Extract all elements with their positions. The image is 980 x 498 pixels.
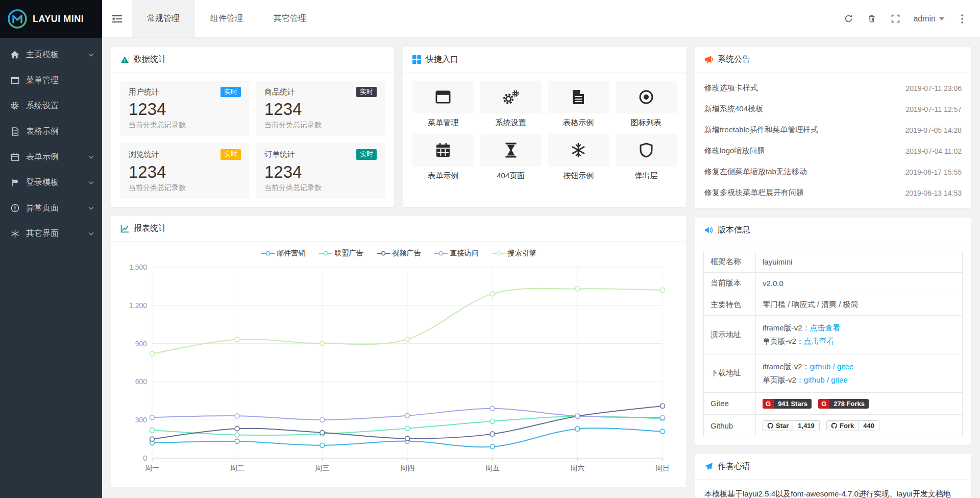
sidebar-item-login-templates[interactable]: 登录模板	[0, 170, 102, 195]
stat-name: 用户统计	[129, 87, 159, 97]
legend-item-video-ads[interactable]: 视频广告	[377, 249, 421, 258]
quick-entry-card: 快捷入口 菜单管理 系统设置	[403, 47, 686, 207]
gitee-stars-badge[interactable]: G941 Stars	[763, 399, 812, 409]
quick-grid: 菜单管理 系统设置 表格示例	[412, 81, 677, 181]
svg-text:周三: 周三	[315, 464, 329, 472]
github-fork-badge[interactable]: Fork440	[826, 420, 879, 431]
demo-iframe-link[interactable]: 点击查看	[810, 323, 841, 332]
card-body: 邮件营销 联盟广告 视频广告 直接访问 搜索引擎 03006009001,200…	[111, 242, 686, 487]
download-github-link[interactable]: github	[810, 362, 831, 371]
quick-entry-popup-layer[interactable]: 弹出层	[616, 134, 677, 181]
github-fork-label: Fork	[840, 422, 854, 430]
announcement-row: 修复左侧菜单缩放tab无法移动2019-06-17 15:55	[704, 161, 962, 182]
svg-text:900: 900	[135, 339, 148, 347]
legend-label: 视频广告	[393, 249, 421, 258]
legend-item-email[interactable]: 邮件营销	[261, 249, 306, 258]
github-star-count: 1,419	[793, 421, 819, 431]
quick-entry-icon-list[interactable]: 图标列表	[616, 81, 677, 128]
sidebar-item-label: 异常页面	[26, 203, 88, 214]
sidebar-item-menu-manage[interactable]: 菜单管理	[0, 67, 102, 93]
tab-component-manage[interactable]: 组件管理	[195, 0, 258, 37]
sidebar-item-form-example[interactable]: 表单示例	[0, 144, 102, 170]
header: 常规管理 组件管理 其它管理	[102, 0, 980, 38]
card-header: 版本信息	[695, 218, 971, 243]
version-info-card: 版本信息 框架名称 layuimini 当前版本 v2.0.0	[695, 218, 971, 445]
stat-caption: 当前分类总记录数	[264, 183, 377, 193]
th-large-icon	[412, 55, 421, 64]
announcement-text: 修复左侧菜单缩放tab无法移动	[704, 167, 807, 177]
github-star-badge[interactable]: Star1,419	[763, 420, 820, 431]
table-row: Gitee G941 Stars G278 Forks	[704, 393, 963, 415]
warning-triangle-icon	[120, 56, 129, 64]
card-header: 数据统计	[111, 47, 394, 73]
download-line-prefix: 单页版-v2：	[763, 375, 804, 384]
sidebar-item-system-settings[interactable]: 系统设置	[0, 93, 102, 118]
sidebar-item-other-pages[interactable]: 其它界面	[0, 221, 102, 246]
collapse-sidebar-button[interactable]	[102, 0, 132, 37]
clear-cache-button[interactable]	[860, 0, 884, 38]
download-github-link[interactable]: github	[804, 375, 825, 384]
sidebar-item-label: 系统设置	[26, 101, 94, 111]
home-icon	[9, 50, 20, 60]
download-gitee-link[interactable]: gitee	[831, 375, 848, 384]
svg-text:周一: 周一	[145, 464, 159, 472]
quick-entry-menu-manage[interactable]: 菜单管理	[412, 81, 474, 128]
announcement-date: 2019-07-05 14:28	[905, 126, 962, 134]
fullscreen-button[interactable]	[884, 0, 907, 38]
octocat-icon	[767, 422, 774, 429]
announcement-row: 修改logo缩放问题2019-07-04 11:02	[704, 140, 962, 161]
quick-entry-404-page[interactable]: 404页面	[480, 134, 542, 181]
stat-panel-goods: 商品统计实时 1234 当前分类总记录数	[256, 81, 385, 136]
collapse-menu-icon	[112, 15, 122, 23]
quick-entry-form-example[interactable]: 表单示例	[412, 134, 474, 181]
card-title: 报表统计	[134, 223, 166, 234]
quick-entry-button-example[interactable]: 按钮示例	[548, 134, 609, 181]
user-dropdown[interactable]: admin	[907, 0, 950, 38]
tab-general-manage[interactable]: 常规管理	[132, 0, 195, 37]
quick-entry-label: 系统设置	[480, 118, 542, 128]
layui-mini-logo-icon	[7, 9, 28, 29]
table-row: 主要特色 零门槛 / 响应式 / 清爽 / 极简	[704, 294, 963, 316]
stat-name: 商品统计	[264, 87, 295, 97]
legend-item-union-ads[interactable]: 联盟广告	[319, 249, 363, 258]
card-body: 框架名称 layuimini 当前版本 v2.0.0 主要特色 零门槛 / 响应…	[695, 243, 971, 445]
app-root: LAYUI MINI 主页模板 菜单管理 系统设置	[0, 0, 980, 498]
tab-other-manage[interactable]: 其它管理	[258, 0, 322, 37]
refresh-button[interactable]	[837, 0, 860, 38]
window-icon	[435, 90, 451, 104]
legend-item-search-engine[interactable]: 搜索引擎	[492, 249, 536, 258]
page-content: 数据统计 用户统计实时 1234 当前分类总记录数 商品统计实时	[102, 38, 980, 498]
card-title: 快捷入口	[426, 54, 458, 65]
hourglass-icon	[504, 143, 518, 158]
row-label: 框架名称	[704, 251, 756, 273]
legend-label: 联盟广告	[335, 249, 363, 258]
data-statistics-card: 数据统计 用户统计实时 1234 当前分类总记录数 商品统计实时	[111, 47, 394, 207]
sidebar-item-error-pages[interactable]: 异常页面	[0, 195, 102, 221]
file-icon	[572, 89, 585, 105]
sidebar-item-table-example[interactable]: 表格示例	[0, 118, 102, 144]
author-text: 本模板基于layui2.5.4以及font-awesome-4.7.0进行实现。…	[704, 489, 951, 498]
legend-item-direct[interactable]: 直接访问	[434, 249, 479, 258]
card-title: 版本信息	[718, 225, 750, 235]
demo-onepage-link[interactable]: 点击查看	[804, 337, 835, 345]
quick-entry-table-example[interactable]: 表格示例	[548, 81, 609, 128]
quick-entry-system-settings[interactable]: 系统设置	[480, 81, 542, 128]
sidebar-item-home-templates[interactable]: 主页模板	[0, 42, 102, 67]
stat-caption: 当前分类总记录数	[129, 183, 241, 193]
fullscreen-icon	[891, 14, 900, 23]
stat-panel-views: 浏览统计实时 1234 当前分类总记录数	[120, 143, 249, 198]
tab-label: 组件管理	[210, 13, 243, 24]
more-menu-button[interactable]	[950, 0, 974, 38]
card-header: 报表统计	[111, 216, 686, 242]
download-gitee-link[interactable]: gitee	[837, 362, 854, 371]
octocat-icon	[831, 422, 838, 429]
calendar-icon	[435, 143, 451, 158]
chevron-down-icon	[88, 232, 94, 235]
system-announcements-card: 系统公告 修改选项卡样式2019-07-11 23:06 新增系统404模板20…	[695, 47, 971, 208]
sidebar-menu: 主页模板 菜单管理 系统设置 表格示例	[0, 38, 102, 246]
table-row: 演示地址 iframe版-v2：点击查看 单页版-v2：点击查看	[704, 316, 963, 354]
gitee-forks-badge[interactable]: G278 Forks	[818, 399, 869, 409]
announcement-date: 2019-06-17 15:55	[905, 168, 962, 176]
chevron-down-icon	[88, 53, 94, 57]
demo-line-prefix: 单页版-v2：	[763, 337, 804, 345]
